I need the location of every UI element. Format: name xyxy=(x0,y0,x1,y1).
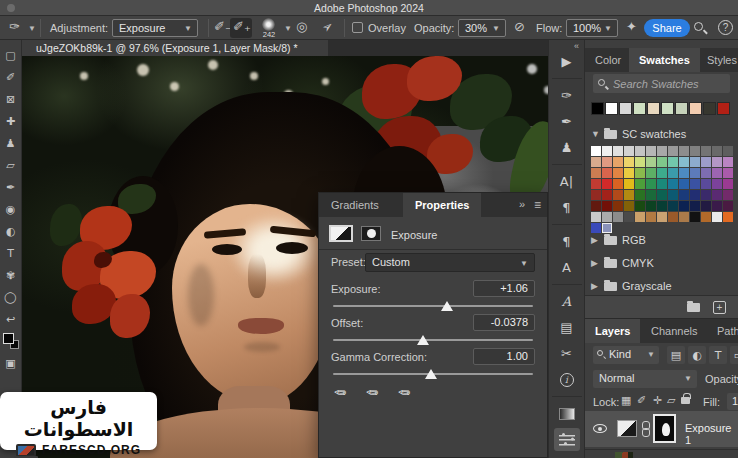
color-chips[interactable] xyxy=(2,332,20,350)
swatch[interactable] xyxy=(635,201,645,211)
swatch[interactable] xyxy=(624,190,634,200)
swatch[interactable] xyxy=(613,190,623,200)
panel-menu-icon[interactable]: ≡ xyxy=(534,198,541,212)
swatch[interactable] xyxy=(613,168,623,178)
gray-point-eyedropper-icon[interactable]: ✐ xyxy=(363,383,382,403)
swatch[interactable] xyxy=(701,146,711,156)
flow-select[interactable]: 100%▼ xyxy=(566,19,618,37)
brush-plus-button[interactable]: ✐₊ xyxy=(230,18,252,38)
zoom-tool-icon[interactable]: ◯ xyxy=(2,288,20,306)
clone-source-panel-icon[interactable]: ♟ xyxy=(554,136,580,159)
lock-artboard-icon[interactable]: ▱ xyxy=(667,394,675,407)
swatch[interactable] xyxy=(624,212,634,222)
swatch[interactable] xyxy=(613,157,623,167)
swatch[interactable] xyxy=(605,102,618,115)
swatch[interactable] xyxy=(668,201,678,211)
swatch[interactable] xyxy=(591,201,601,211)
lock-pixels-icon[interactable]: ✐ xyxy=(637,394,646,407)
swatch[interactable] xyxy=(668,168,678,178)
swatch[interactable] xyxy=(602,146,612,156)
brushes-panel-icon[interactable]: ✒ xyxy=(554,110,580,133)
offset-slider-thumb[interactable] xyxy=(417,335,429,345)
swatch[interactable] xyxy=(690,212,700,222)
airbrush-icon[interactable]: ✦ xyxy=(626,19,637,34)
swatch-group-header[interactable]: ▼ SC swatches xyxy=(591,128,686,140)
swatch[interactable] xyxy=(624,168,634,178)
swatch[interactable] xyxy=(646,179,656,189)
swatch[interactable] xyxy=(679,201,689,211)
brush-size-chevron-icon[interactable]: ▼ xyxy=(284,24,292,33)
layer-fill-value[interactable]: 100% xyxy=(727,393,738,410)
glyphs-panel-icon[interactable]: A xyxy=(554,290,580,313)
swatch[interactable] xyxy=(712,190,722,200)
swatch[interactable] xyxy=(712,157,722,167)
swatch[interactable] xyxy=(679,190,689,200)
swatch[interactable] xyxy=(675,102,688,115)
swatch[interactable] xyxy=(657,179,667,189)
swatch[interactable] xyxy=(633,102,646,115)
swatch[interactable] xyxy=(701,190,711,200)
swatch[interactable] xyxy=(613,201,623,211)
swatch[interactable] xyxy=(646,168,656,178)
type-tool-icon[interactable]: T xyxy=(2,244,20,262)
swatch[interactable] xyxy=(591,102,604,115)
lock-transparency-icon[interactable]: ▦ xyxy=(621,394,631,407)
exposure-adjustment-thumbnail[interactable] xyxy=(617,420,637,437)
tab-color[interactable]: Color xyxy=(585,48,631,72)
pressure-opacity-icon[interactable]: ⊘ xyxy=(514,19,525,34)
tool-presets-panel-icon[interactable]: ✂ xyxy=(554,342,580,365)
histogram-panel-icon[interactable]: ▤ xyxy=(554,316,580,339)
exposure-slider[interactable] xyxy=(333,305,533,307)
swatch-search-input[interactable] xyxy=(593,74,730,93)
offset-value-input[interactable]: -0.0378 xyxy=(473,314,535,331)
eraser-tool-icon[interactable]: ▱ xyxy=(2,156,20,174)
layer-mask-thumbnail[interactable] xyxy=(653,414,676,443)
swatch[interactable] xyxy=(613,179,623,189)
pressure-size-icon[interactable]: ◎ xyxy=(296,19,307,34)
swatch[interactable] xyxy=(591,212,601,222)
swatch[interactable] xyxy=(690,157,700,167)
lock-position-icon[interactable]: ✛ xyxy=(653,394,662,407)
marquee-tool-icon[interactable]: ▢ xyxy=(2,46,20,64)
swatch[interactable] xyxy=(723,212,733,222)
swatch[interactable] xyxy=(646,157,656,167)
swatch[interactable] xyxy=(668,146,678,156)
paragraph-panel-icon[interactable]: ¶ xyxy=(554,196,580,219)
panel-overflow-icon[interactable]: » xyxy=(519,198,525,210)
swatch[interactable] xyxy=(703,102,716,115)
swatch[interactable] xyxy=(635,146,645,156)
gamma-value-input[interactable]: 1.00 xyxy=(473,348,535,365)
tab-layers[interactable]: Layers xyxy=(585,319,640,343)
new-swatch-icon[interactable]: + xyxy=(713,301,726,314)
layer-row[interactable] xyxy=(585,449,738,458)
swatch[interactable] xyxy=(712,146,722,156)
swatch[interactable] xyxy=(591,146,601,156)
layer-visibility-icon[interactable] xyxy=(593,424,607,433)
swatch[interactable] xyxy=(690,146,700,156)
shape-tool-icon[interactable]: ✾ xyxy=(2,266,20,284)
tab-swatches[interactable]: Swatches xyxy=(629,48,700,72)
swatch[interactable] xyxy=(679,157,689,167)
blend-mode-select[interactable]: Normal▼ xyxy=(593,370,697,388)
black-point-eyedropper-icon[interactable]: ✐ xyxy=(331,383,350,403)
swatch[interactable] xyxy=(723,179,733,189)
document-tab[interactable]: uJgeZOKb89k-1 @ 97.6% (Exposure 1, Layer… xyxy=(22,40,328,56)
swatch[interactable] xyxy=(657,190,667,200)
swatch[interactable] xyxy=(635,212,645,222)
swatch[interactable] xyxy=(602,168,612,178)
tab-paths[interactable]: Paths xyxy=(707,319,738,343)
swatch[interactable] xyxy=(679,146,689,156)
overlay-checkbox[interactable] xyxy=(352,22,363,33)
mask-icon[interactable] xyxy=(361,226,381,241)
swatch[interactable] xyxy=(701,179,711,189)
opacity-select[interactable]: 30%▼ xyxy=(458,19,506,37)
swatch[interactable] xyxy=(646,190,656,200)
white-point-eyedropper-icon[interactable]: ✐ xyxy=(395,383,414,403)
swatch[interactable] xyxy=(712,179,722,189)
swatch[interactable] xyxy=(657,157,667,167)
swatch[interactable] xyxy=(679,212,689,222)
tab-properties[interactable]: Properties xyxy=(403,193,481,217)
slice-tool-icon[interactable]: ⊠ xyxy=(2,90,20,108)
undo-icon[interactable]: ↩ xyxy=(2,310,20,328)
swatch[interactable] xyxy=(619,102,632,115)
